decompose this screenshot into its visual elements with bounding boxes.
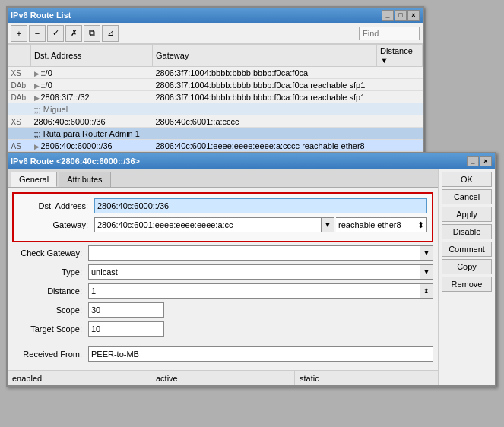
find-input[interactable] <box>359 27 420 40</box>
target-scope-row: Target Scope: <box>12 321 433 337</box>
add-btn[interactable]: + <box>11 25 27 42</box>
gateway-dropdown-btn[interactable]: ▼ <box>321 217 334 232</box>
distance-row: Distance: ⬍ <box>12 283 433 299</box>
check-dropdown-icon: ▼ <box>423 249 430 257</box>
gateway-input[interactable] <box>94 217 321 232</box>
detail-titlebar-buttons: _ × <box>467 156 492 166</box>
gateway-group: ▼ reachable ether8 ⬍ <box>94 217 427 232</box>
received-from-row: Received From: <box>12 346 433 362</box>
table-row[interactable]: XS ▶::/0 2806:3f7:1004:bbbb:bbbb:bbbb:f0… <box>8 67 423 79</box>
row-flag <box>8 128 31 140</box>
remove-button[interactable]: Remove <box>442 277 492 292</box>
row-dst: ▶::/0 <box>31 67 153 79</box>
filter-btn[interactable]: ⊿ <box>102 25 119 42</box>
detail-minimize-btn[interactable]: _ <box>467 156 479 166</box>
comment-button[interactable]: Comment <box>442 242 492 257</box>
cancel-button[interactable]: Cancel <box>442 189 492 204</box>
type-label: Type: <box>12 267 88 277</box>
row-dst: ▶2806:40c:6000::/36 <box>31 140 153 152</box>
row-gw: 2806:3f7:1004:bbbb:bbbb:bbbb:f0ca:f0ca r… <box>153 91 377 103</box>
scope-input[interactable] <box>88 302 164 318</box>
col-header-gw: Gateway <box>153 45 377 67</box>
route-detail-window: IPv6 Route <2806:40c:6000::/36> _ × Gene… <box>6 152 496 387</box>
check-gateway-group: ▼ <box>88 245 433 261</box>
row-gw: 2806:40c:6001:eeee:eeee:eeee:a:cccc reac… <box>153 140 377 152</box>
type-dropdown[interactable]: ▼ <box>420 264 433 280</box>
copy-icon: ⧉ <box>89 28 95 38</box>
route-table-container: Dst. Address Gateway Distance ▼ XS ▶::/0… <box>8 44 423 152</box>
route-list-titlebar: IPv6 Route List _ □ × <box>8 8 423 23</box>
minus-icon: − <box>35 29 40 38</box>
type-group: ▼ <box>88 264 433 280</box>
table-row[interactable]: XS 2806:40c:6000::/36 2806:40c:6001::a:c… <box>8 115 423 128</box>
check-gateway-label: Check Gateway: <box>12 248 88 258</box>
x-icon: ✗ <box>71 28 78 38</box>
row-dist <box>377 115 423 128</box>
stepper-icon: ⬍ <box>423 287 430 295</box>
row-group-label: ;;; Ruta para Router Admin 1 <box>31 128 423 140</box>
detail-tabs: General Attributes <box>8 169 438 188</box>
route-table: Dst. Address Gateway Distance ▼ XS ▶::/0… <box>8 44 423 152</box>
table-row-selected[interactable]: AS ▶2806:40c:6000::/36 2806:40c:6001:eee… <box>8 140 423 152</box>
minimize-btn[interactable]: _ <box>382 10 394 21</box>
highlighted-section: Dst. Address: Gateway: ▼ reachable ether… <box>12 192 433 242</box>
tab-attributes-label: Attributes <box>67 175 102 184</box>
received-from-input[interactable] <box>88 346 433 362</box>
row-gw: 2806:3f7:1004:bbbb:bbbb:bbbb:f0ca:f0ca r… <box>153 79 377 91</box>
dst-address-input[interactable] <box>94 198 427 214</box>
detail-close-btn[interactable]: × <box>480 156 492 166</box>
copy-btn[interactable]: ⧉ <box>84 25 100 42</box>
disable-button[interactable]: Disable <box>442 224 492 239</box>
close-btn[interactable]: × <box>407 10 420 21</box>
delete-btn[interactable]: − <box>29 25 46 42</box>
row-dst: ▶2806:3f7::/32 <box>31 91 153 103</box>
check-gateway-dropdown[interactable]: ▼ <box>420 245 433 261</box>
copy-button[interactable]: Copy <box>442 259 492 274</box>
tab-attributes[interactable]: Attributes <box>59 172 110 187</box>
target-scope-input[interactable] <box>88 321 164 337</box>
row-dist <box>377 140 423 152</box>
spacer <box>12 340 433 346</box>
row-flag: DAb <box>8 79 31 91</box>
tab-general-label: General <box>19 175 49 184</box>
row-flag <box>8 103 31 115</box>
table-row[interactable]: DAb ▶2806:3f7::/32 2806:3f7:1004:bbbb:bb… <box>8 91 423 103</box>
distance-label: Distance: <box>12 286 88 296</box>
gateway-row: Gateway: ▼ reachable ether8 ⬍ <box>18 217 427 232</box>
row-dist <box>377 79 423 91</box>
type-input[interactable] <box>88 264 420 280</box>
dst-address-row: Dst. Address: <box>18 198 427 214</box>
ok-button[interactable]: OK <box>442 172 492 187</box>
status-active: active <box>151 371 295 385</box>
apply-button[interactable]: Apply <box>442 207 492 222</box>
detail-statusbar: enabled active static <box>8 370 438 385</box>
dst-address-label: Dst. Address: <box>18 201 94 210</box>
status-enabled-text: enabled <box>12 374 42 383</box>
status-enabled: enabled <box>8 371 151 385</box>
gateway-right-text: reachable ether8 <box>338 220 401 229</box>
col-header-dist: Distance ▼ <box>377 45 423 67</box>
row-gw: 2806:40c:6001::a:cccc <box>153 115 377 128</box>
route-list-title: IPv6 Route List <box>11 11 71 20</box>
received-from-label: Received From: <box>12 350 88 359</box>
gateway-right-arrow: ⬍ <box>417 220 424 230</box>
cross-btn[interactable]: ✗ <box>65 25 82 42</box>
scope-label: Scope: <box>12 305 88 315</box>
plus-icon: + <box>17 29 21 38</box>
check-gateway-input[interactable] <box>88 245 420 261</box>
check-btn[interactable]: ✓ <box>47 25 64 42</box>
detail-body: General Attributes Dst. Address: Gateway <box>8 169 495 385</box>
type-dropdown-icon: ▼ <box>423 268 430 276</box>
table-row-section: ;;; Miguel <box>8 103 423 115</box>
maximize-btn[interactable]: □ <box>395 10 407 21</box>
row-section-label: ;;; Miguel <box>31 103 423 115</box>
status-static: static <box>295 371 438 385</box>
distance-stepper[interactable]: ⬍ <box>420 283 433 299</box>
table-row[interactable]: DAb ▶::/0 2806:3f7:1004:bbbb:bbbb:bbbb:f… <box>8 79 423 91</box>
row-flag: XS <box>8 67 31 79</box>
tab-general[interactable]: General <box>11 172 57 187</box>
form-container: Dst. Address: Gateway: ▼ reachable ether… <box>8 188 438 370</box>
distance-input[interactable] <box>88 283 420 299</box>
row-gw: 2806:3f7:1004:bbbb:bbbb:bbbb:f0ca:f0ca <box>153 67 377 79</box>
detail-sidebar: OK Cancel Apply Disable Comment Copy Rem… <box>438 169 495 385</box>
